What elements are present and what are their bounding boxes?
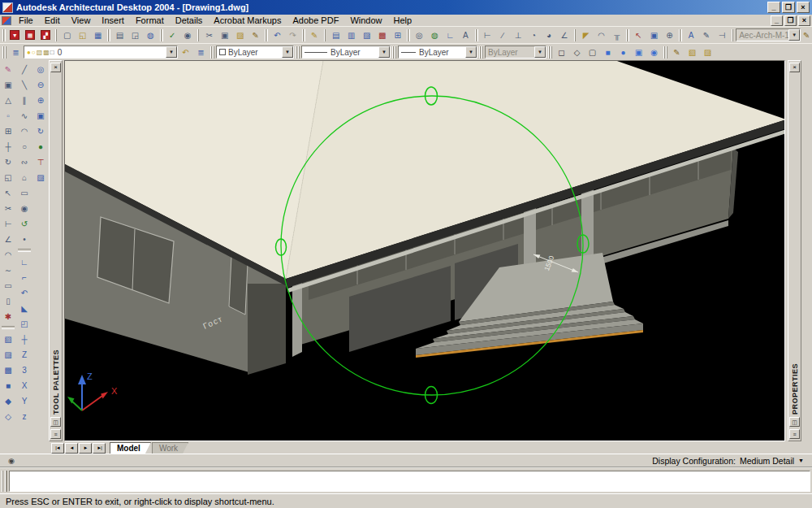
close-icon[interactable]: × (50, 63, 61, 72)
multiline[interactable]: ∥ (17, 93, 32, 107)
drawing-window-icon[interactable] (2, 16, 11, 25)
menu-adobe-pdf[interactable]: Adobe PDF (287, 15, 345, 26)
point[interactable]: • (17, 232, 32, 246)
menu-details[interactable]: Details (170, 15, 209, 26)
copy-clip[interactable]: ▣ (217, 28, 232, 42)
toolbar-grip[interactable] (107, 29, 110, 41)
tab-next[interactable]: ► (79, 443, 92, 454)
drawing-canvas[interactable]: Гост 1500 Z (65, 61, 784, 441)
scale[interactable]: ◱ (1, 170, 15, 185)
aec-union[interactable]: ◎ (33, 62, 48, 76)
paste[interactable]: ▨ (232, 28, 248, 42)
auto-hide-icon[interactable]: ◫ (50, 417, 61, 427)
copy-object[interactable]: ▣ (1, 77, 15, 92)
aec-dim-remove[interactable]: ▨ (700, 46, 715, 59)
drawing-setup[interactable]: ⊞ (390, 28, 405, 42)
ucs-y[interactable]: Y (17, 393, 32, 408)
chevron-down-icon[interactable]: ▼ (378, 46, 390, 58)
region[interactable]: ▭ (1, 278, 15, 293)
close-button[interactable]: × (797, 2, 810, 13)
cut[interactable]: ✂ (201, 28, 217, 42)
ucs-view[interactable]: ◰ (17, 316, 32, 331)
layer-on-icon[interactable]: ● (27, 49, 31, 56)
ucs-origin[interactable]: ┼ (17, 332, 32, 346)
shade-hidden[interactable]: ▢ (585, 46, 600, 59)
polyline[interactable]: ∿ (17, 108, 32, 123)
shade-gouraud-edges[interactable]: ◉ (646, 46, 662, 59)
undo[interactable]: ↶ (270, 28, 285, 42)
batch-pdf-conversion[interactable]: ▞ (38, 28, 54, 42)
convert-to-pdf-and-email[interactable]: ▦ (23, 28, 38, 42)
toolbar-grip[interactable] (626, 29, 629, 41)
aec-dim-style-edit[interactable]: ✎ (801, 28, 812, 42)
annotation-edit[interactable]: ✎ (669, 46, 685, 59)
qnew[interactable]: ▢ (59, 28, 75, 42)
ucs-3point[interactable]: 3 (17, 363, 32, 377)
elevation-label[interactable]: ◤ (578, 28, 594, 42)
toolbar-grip[interactable] (324, 29, 327, 41)
aec-modify[interactable]: ▨ (33, 170, 48, 185)
panel-menu-icon[interactable]: ≡ (789, 429, 800, 439)
toolbar-grip[interactable] (732, 29, 735, 41)
chevron-down-icon[interactable]: ▼ (788, 29, 800, 41)
menu-acrobat-markups[interactable]: Acrobat Markups (208, 15, 287, 26)
match-properties[interactable]: ✎ (248, 28, 263, 42)
shade-flat[interactable]: ■ (600, 46, 615, 59)
chevron-down-icon[interactable]: ▼ (465, 46, 477, 58)
command-window-grip[interactable] (2, 471, 7, 492)
reference-edit[interactable]: ⊤ (33, 154, 48, 169)
plot-preview[interactable]: ◲ (127, 28, 143, 42)
layer-combo[interactable]: ●○▧▩□0▼ (24, 46, 178, 59)
menu-edit[interactable]: Edit (39, 15, 66, 26)
dim-ordinate[interactable]: ⊥ (511, 28, 526, 42)
dim-edit[interactable]: ✎ (699, 28, 715, 42)
column-grid[interactable]: ╥ (609, 28, 624, 42)
toolbar-grip[interactable] (197, 29, 201, 41)
tab-model[interactable]: Model (110, 442, 151, 454)
layer-lock-icon[interactable]: ▧ (37, 49, 43, 56)
view-top[interactable]: ▧ (1, 332, 15, 346)
layer-plot-icon[interactable]: ▩ (43, 49, 50, 56)
model-explorer[interactable]: ▣ (646, 28, 662, 42)
leader[interactable]: ↖ (631, 28, 646, 42)
move[interactable]: ┼ (1, 139, 15, 154)
spline[interactable]: ∾ (17, 154, 32, 169)
zoom-realtime[interactable]: ◎ (412, 28, 427, 42)
tool-palettes-bar[interactable]: × TOOL PALETTES ◫ ≡ (49, 60, 63, 441)
tab-prev[interactable]: ◄ (65, 443, 78, 454)
layer-previous[interactable]: ↶ (178, 46, 193, 59)
trim[interactable]: ✂ (1, 201, 15, 215)
fillet[interactable]: ◠ (1, 247, 15, 262)
toolbar-grip[interactable] (574, 29, 577, 41)
view-bottom[interactable]: ▨ (1, 347, 15, 362)
menu-format[interactable]: Format (130, 15, 170, 26)
isolate-objects[interactable]: ● (33, 139, 48, 154)
minimize-button[interactable]: _ (767, 2, 780, 13)
ucs-previous[interactable]: ↶ (17, 285, 32, 300)
view-front[interactable]: ■ (1, 378, 15, 393)
construction-line[interactable]: ╲ (17, 77, 32, 92)
redo[interactable]: ↷ (285, 28, 300, 42)
color-combo[interactable]: ByLayer▼ (216, 46, 294, 59)
layer-freeze-icon[interactable]: ○ (32, 49, 36, 56)
dim-update[interactable]: ⊣ (715, 28, 730, 42)
ucs-x[interactable]: X (17, 378, 32, 393)
chamfer[interactable]: ∠ (1, 232, 15, 246)
open[interactable]: ◱ (75, 28, 90, 42)
layer-color-swatch[interactable]: □ (50, 49, 54, 56)
toolbar-grip[interactable] (479, 46, 483, 59)
style-manager[interactable]: ▨ (359, 28, 374, 42)
toolbar-grip[interactable] (160, 29, 163, 41)
layer-manager[interactable]: ≣ (8, 46, 24, 59)
quickcalc[interactable]: ✎ (307, 28, 322, 42)
3d-orbit-object[interactable]: ↻ (33, 124, 48, 138)
circle[interactable]: ○ (17, 139, 32, 154)
rotate[interactable]: ↻ (1, 154, 15, 169)
minimize-button[interactable]: _ (771, 15, 783, 26)
object-viewer[interactable]: ▣ (33, 108, 48, 123)
center-mark[interactable]: ⊕ (662, 28, 677, 42)
ucs-dialog[interactable]: ∟ (443, 28, 458, 42)
toolbar-grip[interactable] (2, 46, 6, 59)
linetype-combo[interactable]: ByLayer▼ (301, 46, 391, 59)
toolbar-grip[interactable] (210, 46, 214, 59)
